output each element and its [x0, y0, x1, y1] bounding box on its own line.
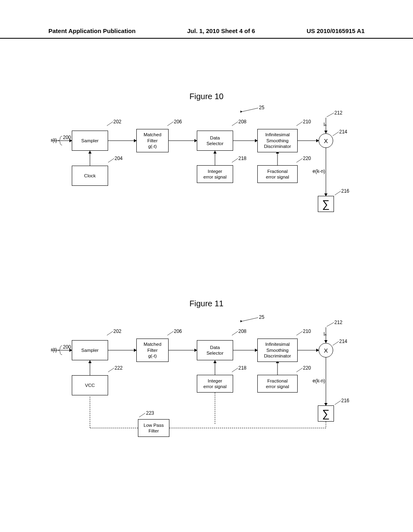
inf-smoothing-block: Infinitesimal Smoothing Discriminator	[257, 129, 298, 152]
multiply-node: X	[319, 343, 333, 357]
ref-200: 200	[63, 135, 71, 140]
ref-202: 202	[113, 119, 121, 125]
ref-216: 216	[341, 398, 349, 403]
data-selector-block: Data Selector	[197, 340, 233, 360]
infsmooth-label: Infinitesimal Smoothing Discriminator	[264, 341, 291, 359]
figure-10: r(t) Sampler Clock Matched Filter g(-t) …	[0, 106, 413, 222]
ref-25: 25	[259, 314, 264, 320]
ref-214: 214	[339, 339, 347, 344]
matched-filter-block: Matched Filter g(-t)	[136, 339, 169, 362]
ek-label: e(k-n)	[313, 378, 325, 384]
sigma-label: ∑	[322, 198, 330, 210]
x-label: X	[324, 137, 328, 144]
svg-line-40	[232, 331, 238, 335]
svg-line-38	[108, 368, 114, 372]
sampler-label: Sampler	[81, 138, 99, 143]
svg-line-47	[139, 413, 145, 417]
ref-218: 218	[238, 365, 246, 371]
sum-node: ∑	[318, 405, 334, 422]
interr-label: Integer error signal	[203, 378, 227, 390]
svg-line-9	[242, 108, 258, 112]
svg-line-44	[335, 401, 341, 405]
header-center: Jul. 1, 2010 Sheet 4 of 6	[187, 27, 255, 38]
ref-202: 202	[113, 328, 121, 334]
data-selector-block: Data Selector	[197, 131, 233, 151]
in-label: Iₙ	[323, 331, 327, 337]
ref-216: 216	[341, 188, 349, 194]
ref-222: 222	[115, 365, 123, 371]
svg-line-43	[333, 341, 339, 345]
figure-11-title: Figure 11	[190, 299, 224, 308]
svg-line-37	[107, 331, 113, 335]
sum-node: ∑	[318, 196, 334, 212]
ref-208: 208	[238, 119, 246, 125]
x-label: X	[324, 347, 328, 354]
integer-error-block: Integer error signal	[197, 375, 233, 393]
clock-label: Clock	[84, 173, 96, 179]
svg-line-11	[108, 158, 114, 162]
figure-11: r(t) Sampler VCC Matched Filter g(-t) Da…	[0, 315, 413, 452]
sampler-block: Sampler	[72, 340, 108, 360]
ek-label: e(k-n)	[313, 168, 325, 174]
clock-block: Clock	[72, 166, 108, 186]
svg-line-36	[242, 318, 258, 321]
svg-line-16	[333, 132, 339, 136]
ref-212: 212	[334, 320, 342, 325]
low-pass-filter-block: Low Pass Filter	[138, 419, 169, 437]
input-rt: r(t)	[51, 347, 57, 353]
header-left: Patent Application Publication	[48, 27, 136, 38]
svg-line-18	[232, 158, 238, 162]
matched-label: Matched Filter g(-t)	[144, 132, 161, 149]
lpf-label: Low Pass Filter	[144, 422, 164, 434]
ref-223: 223	[146, 410, 154, 416]
integer-error-block: Integer error signal	[197, 165, 233, 183]
svg-line-17	[335, 191, 341, 195]
ref-210: 210	[303, 328, 311, 334]
svg-line-12	[167, 122, 173, 126]
ref-200: 200	[63, 344, 71, 350]
ref-220: 220	[303, 156, 311, 161]
svg-line-45	[232, 368, 238, 372]
svg-line-41	[296, 331, 302, 335]
interr-label: Integer error signal	[203, 168, 227, 180]
svg-line-39	[167, 331, 173, 335]
infsmooth-label: Infinitesimal Smoothing Discriminator	[264, 132, 291, 149]
in-label: Iₙ	[323, 122, 327, 127]
ref-204: 204	[115, 156, 123, 161]
svg-line-19	[296, 158, 302, 162]
patent-header: Patent Application Publication Jul. 1, 2…	[0, 27, 413, 39]
matched-filter-block: Matched Filter g(-t)	[136, 129, 169, 152]
ref-206: 206	[174, 119, 182, 125]
svg-line-15	[327, 113, 334, 117]
svg-line-14	[296, 122, 302, 126]
sigma-label: ∑	[322, 407, 330, 420]
dataselector-label: Data Selector	[206, 345, 223, 356]
vcc-label: VCC	[85, 382, 95, 388]
ref-212: 212	[334, 110, 342, 116]
ref-218: 218	[238, 156, 246, 161]
inf-smoothing-block: Infinitesimal Smoothing Discriminator	[257, 339, 298, 362]
matched-label: Matched Filter g(-t)	[144, 341, 161, 359]
header-right: US 2010/0165915 A1	[307, 27, 365, 38]
ref-206: 206	[174, 328, 182, 334]
svg-line-42	[327, 322, 334, 326]
sampler-block: Sampler	[72, 131, 108, 151]
sampler-label: Sampler	[81, 347, 99, 353]
input-rt: r(t)	[51, 137, 57, 143]
figure-10-title: Figure 10	[190, 92, 224, 101]
vcc-block: VCC	[72, 375, 108, 395]
ref-210: 210	[303, 119, 311, 125]
fracerr-label: Fractional error signal	[266, 378, 289, 390]
ref-220: 220	[303, 365, 311, 371]
fractional-error-block: Fractional error signal	[257, 165, 298, 183]
ref-25: 25	[259, 105, 264, 110]
fracerr-label: Fractional error signal	[266, 168, 289, 180]
svg-line-10	[107, 122, 113, 126]
ref-208: 208	[238, 328, 246, 334]
multiply-node: X	[319, 133, 333, 148]
svg-line-13	[232, 122, 238, 126]
dataselector-label: Data Selector	[206, 135, 223, 147]
ref-214: 214	[339, 129, 347, 135]
fractional-error-block: Fractional error signal	[257, 375, 298, 393]
svg-line-46	[296, 368, 302, 372]
